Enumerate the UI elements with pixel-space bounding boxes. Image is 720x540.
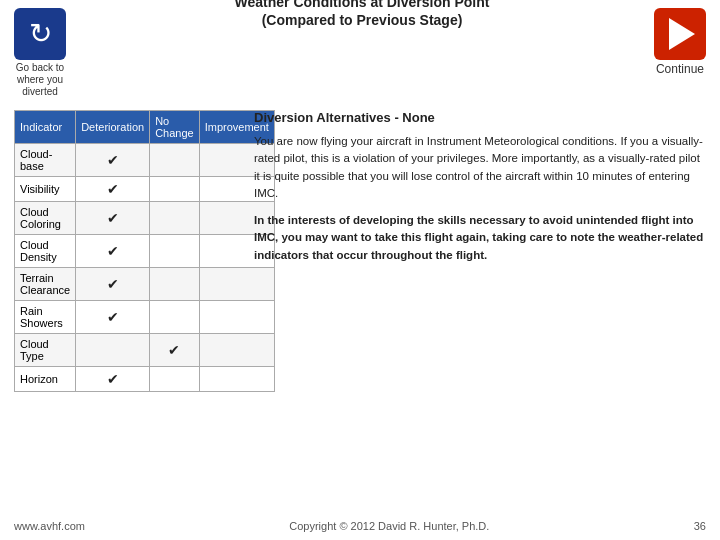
weather-table-panel: Indicator Deterioration No Change Improv… bbox=[14, 110, 234, 392]
table-row: Terrain Clearance✔ bbox=[15, 268, 275, 301]
deterioration-cell: ✔ bbox=[76, 268, 150, 301]
table-row: Horizon✔ bbox=[15, 367, 275, 392]
back-button[interactable]: ↻ bbox=[14, 8, 66, 60]
table-row: Cloud Coloring✔ bbox=[15, 202, 275, 235]
back-button-label: Go back to where you diverted bbox=[10, 62, 70, 98]
right-panel: Diversion Alternatives - None You are no… bbox=[254, 110, 706, 392]
deterioration-cell: ✔ bbox=[76, 367, 150, 392]
col-header-deterioration: Deterioration bbox=[76, 111, 150, 144]
continue-label: Continue bbox=[656, 62, 704, 76]
indicator-cell: Cloud Coloring bbox=[15, 202, 76, 235]
title-section: Alliance to Yankton : Divert 9 Weather C… bbox=[211, 0, 514, 28]
body-paragraph-2: In the interests of developing the skill… bbox=[254, 212, 706, 264]
indicator-cell: Rain Showers bbox=[15, 301, 76, 334]
no_change-cell bbox=[150, 367, 200, 392]
deterioration-cell: ✔ bbox=[76, 177, 150, 202]
diversion-alternatives: Diversion Alternatives - None bbox=[254, 110, 706, 125]
continue-icon bbox=[654, 8, 706, 60]
col-header-no-change: No Change bbox=[150, 111, 200, 144]
deterioration-cell: ✔ bbox=[76, 144, 150, 177]
continue-button[interactable]: Continue bbox=[654, 8, 706, 76]
footer-website: www.avhf.com bbox=[14, 520, 85, 532]
no_change-cell: ✔ bbox=[150, 334, 200, 367]
play-icon bbox=[669, 18, 695, 50]
indicator-cell: Horizon bbox=[15, 367, 76, 392]
no_change-cell bbox=[150, 177, 200, 202]
no_change-cell bbox=[150, 301, 200, 334]
no_change-cell bbox=[150, 268, 200, 301]
indicator-cell: Cloud-base bbox=[15, 144, 76, 177]
col-header-indicator: Indicator bbox=[15, 111, 76, 144]
subtitle-line1: Weather Conditions at Diversion Point bbox=[211, 0, 514, 10]
deterioration-cell bbox=[76, 334, 150, 367]
deterioration-cell: ✔ bbox=[76, 202, 150, 235]
deterioration-cell: ✔ bbox=[76, 235, 150, 268]
body-paragraph-1: You are now flying your aircraft in Inst… bbox=[254, 133, 706, 202]
weather-table: Indicator Deterioration No Change Improv… bbox=[14, 110, 275, 392]
table-row: Cloud-base✔ bbox=[15, 144, 275, 177]
footer-page-number: 36 bbox=[694, 520, 706, 532]
no_change-cell bbox=[150, 235, 200, 268]
deterioration-cell: ✔ bbox=[76, 301, 150, 334]
table-row: Visibility✔ bbox=[15, 177, 275, 202]
indicator-cell: Visibility bbox=[15, 177, 76, 202]
no_change-cell bbox=[150, 202, 200, 235]
table-row: Cloud Density✔ bbox=[15, 235, 275, 268]
subtitle-line2: (Compared to Previous Stage) bbox=[211, 12, 514, 28]
footer-copyright: Copyright © 2012 David R. Hunter, Ph.D. bbox=[289, 520, 489, 532]
no_change-cell bbox=[150, 144, 200, 177]
table-row: Cloud Type✔ bbox=[15, 334, 275, 367]
indicator-cell: Terrain Clearance bbox=[15, 268, 76, 301]
back-arrow-icon: ↻ bbox=[29, 20, 52, 48]
footer: www.avhf.com Copyright © 2012 David R. H… bbox=[0, 520, 720, 532]
indicator-cell: Cloud Type bbox=[15, 334, 76, 367]
table-row: Rain Showers✔ bbox=[15, 301, 275, 334]
indicator-cell: Cloud Density bbox=[15, 235, 76, 268]
